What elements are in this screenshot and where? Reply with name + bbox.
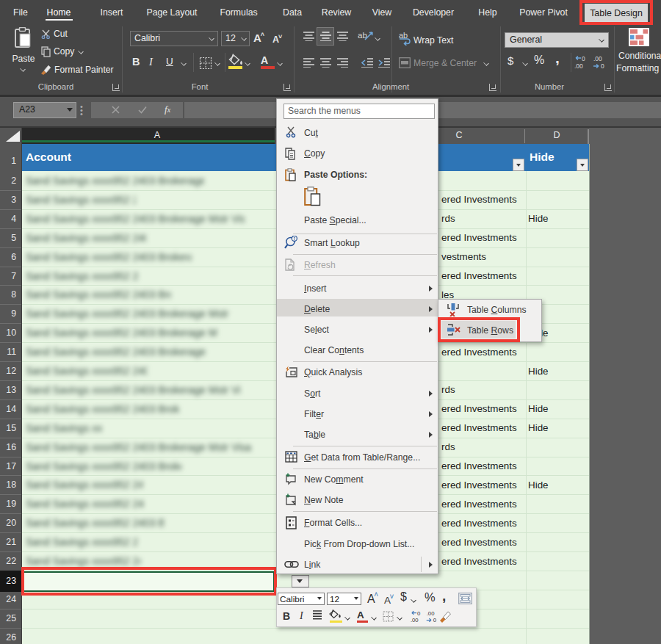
svg-text:0: 0 — [601, 62, 604, 70]
svg-text:0: 0 — [582, 55, 585, 62]
svg-text:.00: .00 — [411, 617, 419, 623]
svg-text:.00: .00 — [574, 62, 583, 70]
svg-text:.00: .00 — [593, 55, 602, 62]
svg-text:0: 0 — [433, 617, 436, 623]
svg-text:.00: .00 — [427, 610, 435, 617]
svg-text:0: 0 — [417, 610, 420, 617]
